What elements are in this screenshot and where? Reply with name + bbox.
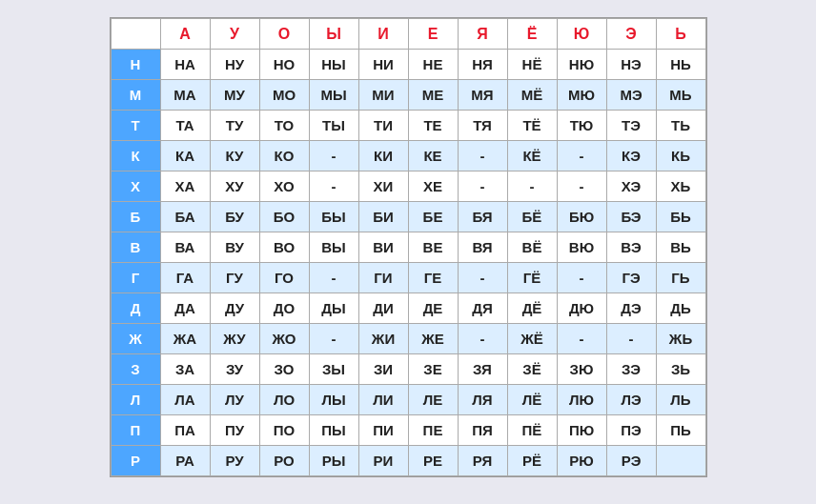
syllable-cell: НИ	[358, 50, 408, 80]
syllable-cell: БО	[259, 202, 309, 232]
consonant-cell-Н: Н	[111, 50, 160, 80]
syllable-cell: ЖЕ	[408, 324, 458, 354]
syllable-cell: РЭ	[606, 446, 656, 476]
syllable-cell: ВЕ	[408, 232, 458, 263]
syllable-cell: -	[458, 141, 507, 171]
syllable-cell: ТЯ	[458, 111, 507, 141]
table-row: РРАРУРОРЫРИРЕРЯРЁРЮРЭ	[111, 446, 705, 476]
syllable-cell: ТЬ	[656, 111, 705, 141]
syllable-cell: ЗЯ	[458, 354, 507, 385]
syllable-cell: ЛИ	[358, 385, 408, 415]
syllable-cell: ЖЬ	[656, 324, 705, 354]
syllable-cell: ЛЯ	[458, 385, 507, 415]
syllable-cell: ЖИ	[358, 324, 408, 354]
syllable-cell: ХЕ	[408, 171, 458, 202]
syllable-cell: ЛЭ	[606, 385, 656, 415]
syllable-cell: БЯ	[458, 202, 507, 232]
syllable-cell: БЮ	[557, 202, 606, 232]
syllable-cell: БУ	[210, 202, 259, 232]
syllable-cell: ЛО	[259, 385, 309, 415]
header-vowel-У: У	[210, 19, 259, 50]
syllable-cell: НЁ	[507, 50, 557, 80]
syllable-cell: ТЁ	[507, 111, 557, 141]
syllable-cell: ВИ	[358, 232, 408, 263]
syllable-cell: ГЁ	[507, 263, 557, 293]
table-row: ГГАГУГО-ГИГЕ-ГЁ-ГЭГЬ	[111, 263, 705, 293]
table-row: ЖЖАЖУЖО-ЖИЖЕ-ЖЁ--ЖЬ	[111, 324, 705, 354]
syllable-cell: МЭ	[606, 80, 656, 111]
syllable-cell: -	[507, 171, 557, 202]
syllable-cell: -	[557, 141, 606, 171]
syllable-cell: КЬ	[656, 141, 705, 171]
syllable-cell: НЭ	[606, 50, 656, 80]
syllable-cell: ГЕ	[408, 263, 458, 293]
syllable-cell: ТО	[259, 111, 309, 141]
header-vowel-Я: Я	[458, 19, 507, 50]
header-vowel-О: О	[259, 19, 309, 50]
syllable-cell: ДЯ	[458, 293, 507, 324]
consonant-cell-В: В	[111, 232, 160, 263]
syllable-cell: ПЭ	[606, 415, 656, 446]
consonant-cell-З: З	[111, 354, 160, 385]
syllable-cell: БЭ	[606, 202, 656, 232]
table-row: ТТАТУТОТЫТИТЕТЯТЁТЮТЭТЬ	[111, 111, 705, 141]
syllable-cell: ДЕ	[408, 293, 458, 324]
syllable-cell: РЮ	[557, 446, 606, 476]
syllable-cell: ЛУ	[210, 385, 259, 415]
syllable-cell: ДЮ	[557, 293, 606, 324]
syllable-cell: ПИ	[358, 415, 408, 446]
syllable-cell: РЯ	[458, 446, 507, 476]
header-vowel-Ю: Ю	[557, 19, 606, 50]
syllable-cell: -	[458, 171, 507, 202]
syllable-cell: ДЫ	[309, 293, 358, 324]
syllable-cell: ХО	[259, 171, 309, 202]
syllable-cell: ГЭ	[606, 263, 656, 293]
syllable-cell: КЁ	[507, 141, 557, 171]
syllable-cell: МЮ	[557, 80, 606, 111]
syllable-cell: -	[606, 324, 656, 354]
syllable-cell: ДЁ	[507, 293, 557, 324]
syllable-cell: ЗИ	[358, 354, 408, 385]
syllable-cell: ХИ	[358, 171, 408, 202]
table-row: ДДАДУДОДЫДИДЕДЯДЁДЮДЭДЬ	[111, 293, 705, 324]
table-body: ННАНУНОНЫНИНЕНЯНЁНЮНЭНЬММАМУМОМЫМИМЕМЯМЁ…	[111, 50, 705, 476]
syllable-cell: ХЭ	[606, 171, 656, 202]
syllable-cell: ЖЁ	[507, 324, 557, 354]
syllable-table-container: АУОЫИЕЯЁЮЭЬ ННАНУНОНЫНИНЕНЯНЁНЮНЭНЬММАМУ…	[110, 17, 707, 477]
consonant-cell-К: К	[111, 141, 160, 171]
syllable-cell: ЖО	[259, 324, 309, 354]
syllable-cell: ЛЕ	[408, 385, 458, 415]
syllable-cell: МО	[259, 80, 309, 111]
syllable-cell: ВЮ	[557, 232, 606, 263]
syllable-cell: КЕ	[408, 141, 458, 171]
consonant-cell-Д: Д	[111, 293, 160, 324]
syllable-cell: -	[557, 171, 606, 202]
header-vowel-Ё: Ё	[507, 19, 557, 50]
syllable-cell: МУ	[210, 80, 259, 111]
syllable-cell: НЮ	[557, 50, 606, 80]
syllable-cell: ДЭ	[606, 293, 656, 324]
header-vowel-А: А	[160, 19, 210, 50]
syllable-cell: ПЬ	[656, 415, 705, 446]
syllable-cell: ЗЫ	[309, 354, 358, 385]
consonant-cell-П: П	[111, 415, 160, 446]
syllable-cell: ХЬ	[656, 171, 705, 202]
syllable-cell: БЬ	[656, 202, 705, 232]
consonant-cell-Р: Р	[111, 446, 160, 476]
syllable-cell: -	[458, 263, 507, 293]
syllable-cell: ВЁ	[507, 232, 557, 263]
syllable-cell: ВУ	[210, 232, 259, 263]
consonant-cell-М: М	[111, 80, 160, 111]
header-vowel-Э: Э	[606, 19, 656, 50]
syllable-cell: БА	[160, 202, 210, 232]
syllable-cell: МЁ	[507, 80, 557, 111]
syllable-cell: НЫ	[309, 50, 358, 80]
syllable-cell: ВА	[160, 232, 210, 263]
syllable-cell: КУ	[210, 141, 259, 171]
syllable-cell: БЁ	[507, 202, 557, 232]
syllable-cell: ЗА	[160, 354, 210, 385]
syllable-cell: ПЮ	[557, 415, 606, 446]
header-vowel-Ь: Ь	[656, 19, 705, 50]
syllable-cell: ВЬ	[656, 232, 705, 263]
syllable-cell: БЫ	[309, 202, 358, 232]
